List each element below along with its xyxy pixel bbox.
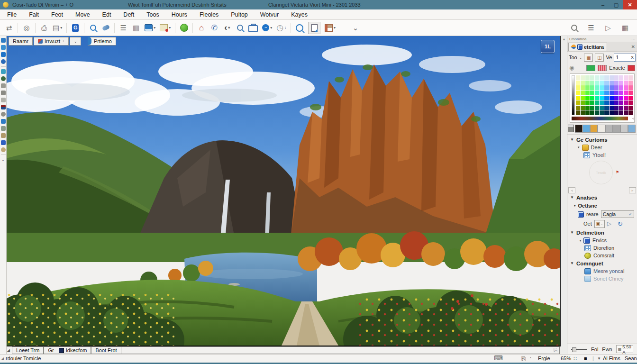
swatch-8[interactable] xyxy=(628,125,636,133)
palette-cell[interactable] xyxy=(604,75,609,80)
palette-cell[interactable] xyxy=(624,81,628,85)
palette-cell[interactable] xyxy=(604,110,609,115)
refresh-icon[interactable]: ↻ xyxy=(618,220,623,228)
palette-cell[interactable] xyxy=(619,106,623,110)
search-outline-icon[interactable] xyxy=(570,22,578,34)
layer-badge[interactable]: 1L xyxy=(541,40,555,53)
print-icon[interactable]: ⎙ xyxy=(40,22,48,34)
panel-grid-icon[interactable]: ▦ xyxy=(621,22,629,34)
swatch-1[interactable] xyxy=(575,125,582,133)
palette-cell[interactable] xyxy=(610,106,614,110)
tool-icon-12[interactable] xyxy=(1,119,6,124)
briefcase-icon[interactable] xyxy=(248,22,258,34)
play-icon[interactable]: ▷ xyxy=(604,22,612,34)
select-page-tool[interactable] xyxy=(308,22,320,34)
palette-cell[interactable] xyxy=(628,110,633,115)
swatch-6[interactable] xyxy=(613,125,620,133)
tab-list-dropdown[interactable]: ⌄ xyxy=(70,37,81,46)
swatch-4[interactable] xyxy=(598,125,605,133)
al-fims-chevron-icon[interactable]: ▼ xyxy=(597,356,601,361)
palette-cell[interactable] xyxy=(576,110,580,115)
hue-nub-icon[interactable]: ◃ xyxy=(632,117,634,120)
tool-icon-9[interactable] xyxy=(1,98,6,102)
canvas-tab-raamr[interactable]: Raamr xyxy=(9,37,33,46)
palette-cell[interactable] xyxy=(628,91,633,95)
palette-cell[interactable] xyxy=(604,85,609,90)
palette-cell[interactable] xyxy=(628,100,633,105)
play-icon[interactable]: ▷ xyxy=(607,220,611,227)
red-swatch-button[interactable] xyxy=(628,65,635,71)
page-icon[interactable]: ⎘ xyxy=(554,347,557,353)
palette-cell[interactable] xyxy=(600,100,604,105)
tool-icon-13[interactable] xyxy=(1,126,6,131)
hue-gradient-bar[interactable] xyxy=(572,117,628,120)
palette-cell[interactable] xyxy=(619,85,623,90)
black-chip-icon[interactable]: ■ xyxy=(584,355,587,361)
palette-cell[interactable] xyxy=(590,91,594,95)
palette-cell[interactable] xyxy=(628,106,633,110)
palette-cell[interactable] xyxy=(576,100,580,105)
item-ervics[interactable]: ▾ Ervics xyxy=(567,237,637,244)
history-clock-icon[interactable]: ◷↓ xyxy=(276,22,286,34)
palette-cell[interactable] xyxy=(590,96,594,100)
tool-icon-6[interactable] xyxy=(1,76,6,81)
palette-cell[interactable] xyxy=(610,75,614,80)
palette-cell[interactable] xyxy=(595,100,599,105)
item-comsralt[interactable]: Comsralt xyxy=(567,252,637,259)
palette-cell[interactable] xyxy=(590,100,594,105)
swatch-3[interactable] xyxy=(590,125,598,133)
clear-x-icon[interactable]: X xyxy=(631,55,634,60)
canvas-tab-irrwuzt[interactable]: Irrwuzt + xyxy=(34,37,69,46)
palette-cell[interactable] xyxy=(614,81,619,85)
palette-cell[interactable] xyxy=(600,75,604,80)
scroll-left-button[interactable]: ◃ xyxy=(568,187,575,193)
tool-icon-14[interactable] xyxy=(1,133,6,138)
palette-cell[interactable] xyxy=(581,91,585,95)
swatch-2[interactable] xyxy=(582,125,590,133)
panel-header-dots-icon[interactable]: ⋯ xyxy=(631,37,635,41)
tool-icon-11[interactable] xyxy=(1,112,6,117)
section-delimetion[interactable]: ▼ Delimetion xyxy=(567,228,637,237)
palette-cell[interactable] xyxy=(576,96,580,100)
menu-pultop[interactable]: Pultop xyxy=(225,11,254,18)
palette-cell[interactable] xyxy=(585,91,590,95)
hamburger-menu-icon[interactable]: ☰ xyxy=(587,22,595,34)
tool-icon-2[interactable] xyxy=(1,45,6,50)
list-icon[interactable]: ☰ xyxy=(119,22,127,34)
menu-deft[interactable]: Deft xyxy=(117,11,140,18)
item-sonet-chney[interactable]: Sonet Chney xyxy=(567,275,637,282)
expand-icon[interactable]: ▾ xyxy=(578,146,580,149)
palette-cell[interactable] xyxy=(614,106,619,110)
tool-icon-7[interactable] xyxy=(1,83,6,88)
palette-cell[interactable] xyxy=(619,110,623,115)
tool-icon-8[interactable] xyxy=(1,91,6,95)
zoom-slider[interactable] xyxy=(571,349,587,350)
swatch-7[interactable] xyxy=(620,125,628,133)
bulb-icon[interactable]: ◎ xyxy=(22,22,31,34)
menu-fieoles[interactable]: Fieoles xyxy=(193,11,225,18)
palette-cell[interactable] xyxy=(595,81,599,85)
palette-cell[interactable] xyxy=(614,75,619,80)
tree-item-deer[interactable]: ▾ Deer xyxy=(567,144,637,151)
palette-cell[interactable] xyxy=(604,106,609,110)
menu-hours[interactable]: Hours xyxy=(165,11,193,18)
palette-cell[interactable] xyxy=(576,106,580,110)
palette-cell[interactable] xyxy=(581,100,585,105)
collapse-icon[interactable]: ▼ xyxy=(570,137,574,142)
canvas-image[interactable] xyxy=(7,36,561,346)
undo-redo-icon[interactable]: ⇄ xyxy=(5,22,13,34)
menu-file[interactable]: File xyxy=(1,11,23,18)
scroll-up-icon[interactable]: ▲ xyxy=(563,37,566,41)
item-diorefion[interactable]: Diorefion xyxy=(567,244,637,252)
palette-cell[interactable] xyxy=(581,81,585,85)
keyboard-icon[interactable]: ⌨ xyxy=(494,355,503,362)
palette-cell[interactable] xyxy=(624,100,628,105)
palette-cell[interactable] xyxy=(619,96,623,100)
palette-cell[interactable] xyxy=(595,106,599,110)
palette-cell[interactable] xyxy=(614,100,619,105)
palette-cell[interactable] xyxy=(581,110,585,115)
al-fims-dropdown[interactable]: Al Fims xyxy=(603,355,620,361)
palette-cell[interactable] xyxy=(595,85,599,90)
search-small-icon[interactable] xyxy=(89,22,97,34)
palette-cell[interactable] xyxy=(614,110,619,115)
